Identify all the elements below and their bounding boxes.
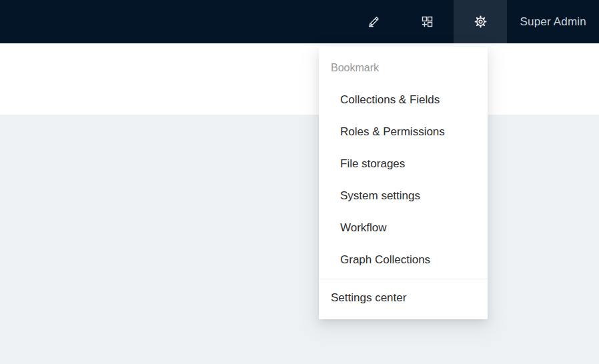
menu-divider	[319, 279, 488, 279]
menu-item-settings-center[interactable]: Settings center	[319, 282, 488, 314]
menu-item-system-settings[interactable]: System settings	[319, 180, 488, 212]
settings-dropdown-menu: Bookmark Collections & Fields Roles & Pe…	[319, 47, 488, 319]
user-menu[interactable]: Super Admin	[507, 0, 599, 43]
menu-group-label-bookmark: Bookmark	[319, 52, 488, 84]
menu-item-file-storages[interactable]: File storages	[319, 148, 488, 180]
menu-item-roles-permissions[interactable]: Roles & Permissions	[319, 116, 488, 148]
highlighter-icon	[367, 15, 381, 29]
page-subheader	[0, 43, 599, 115]
menu-item-collections-fields[interactable]: Collections & Fields	[319, 84, 488, 116]
top-navbar: Super Admin	[0, 0, 599, 43]
ui-editor-button[interactable]	[347, 0, 400, 43]
menu-item-workflow[interactable]: Workflow	[319, 212, 488, 244]
plugin-manager-button[interactable]	[400, 0, 454, 43]
page-content	[0, 115, 599, 364]
settings-button[interactable]	[454, 0, 507, 43]
menu-item-graph-collections[interactable]: Graph Collections	[319, 244, 488, 276]
gear-icon	[474, 15, 488, 29]
user-menu-label: Super Admin	[520, 15, 586, 29]
appstore-add-icon	[420, 15, 434, 29]
